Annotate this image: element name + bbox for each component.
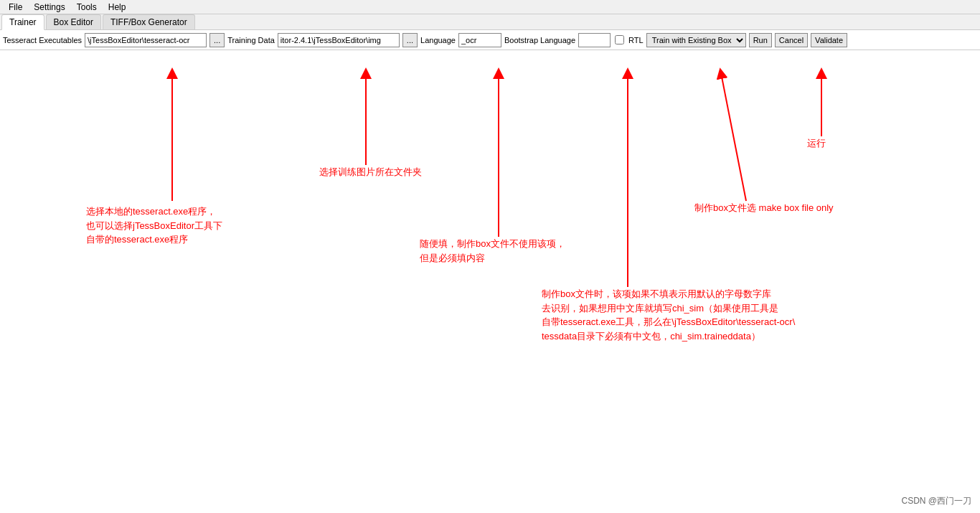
menu-help[interactable]: Help (103, 1, 132, 14)
arrow-overlay (0, 50, 980, 513)
annotation-tesseract: 选择本地的tesseract.exe程序，也可以选择jTessBoxEditor… (86, 204, 222, 247)
bootstrap-label: Bootstrap Language (504, 36, 575, 44)
menu-settings[interactable]: Settings (28, 1, 70, 14)
tesseract-label: Tesseract Executables (3, 36, 82, 44)
language-input[interactable] (458, 33, 501, 47)
bootstrap-input[interactable] (578, 33, 611, 47)
training-data-input[interactable] (278, 33, 400, 47)
rtl-label: RTL (628, 36, 644, 44)
tesseract-input[interactable] (85, 33, 207, 47)
tesseract-browse-button[interactable]: ... (209, 33, 225, 47)
train-with-select[interactable]: Train with Existing Box (646, 33, 746, 47)
menu-file[interactable]: File (3, 1, 28, 14)
tab-trainer[interactable]: Trainer (1, 14, 44, 30)
annotation-training-data: 选择训练图片所在文件夹 (319, 165, 422, 179)
cancel-button[interactable]: Cancel (775, 33, 808, 47)
rtl-checkbox[interactable] (615, 35, 624, 44)
svg-line-4 (721, 73, 746, 201)
menu-tools[interactable]: Tools (71, 1, 103, 14)
watermark: CSDN @西门一刀 (901, 495, 971, 507)
tab-bar: Trainer Box Editor TIFF/Box Generator (0, 14, 980, 30)
tab-box-editor[interactable]: Box Editor (46, 14, 101, 29)
annotation-run: 运行 (807, 136, 826, 151)
run-button[interactable]: Run (749, 33, 772, 47)
annotation-language: 随便填，制作box文件不使用该项，但是必须填内容 (420, 237, 565, 265)
main-content: 选择本地的tesseract.exe程序，也可以选择jTessBoxEditor… (0, 50, 980, 513)
annotation-bootstrap: 制作box文件时，该项如果不填表示用默认的字母数字库去识别，如果想用中文库就填写… (542, 287, 795, 343)
annotation-make-box: 制作box文件选 make box file only (694, 201, 834, 215)
tab-tiff-box-generator[interactable]: TIFF/Box Generator (103, 14, 195, 29)
menu-bar: File Settings Tools Help (0, 0, 980, 14)
toolbar: Tesseract Executables ... Training Data … (0, 30, 980, 50)
validate-button[interactable]: Validate (811, 33, 847, 47)
training-data-label: Training Data (227, 36, 275, 44)
training-data-browse-button[interactable]: ... (402, 33, 418, 47)
language-label: Language (420, 36, 456, 44)
